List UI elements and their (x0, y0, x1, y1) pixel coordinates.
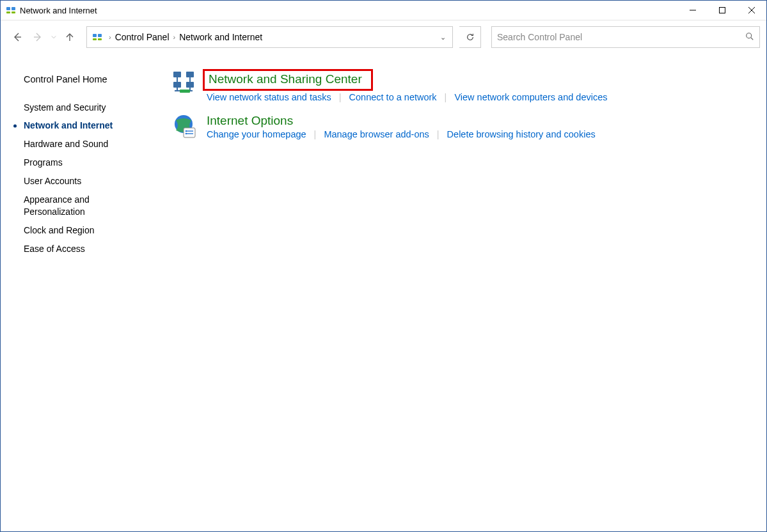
svg-rect-5 (720, 8, 725, 13)
category-internet-options: Internet Options Change your homepage | … (172, 114, 754, 139)
search-icon[interactable] (745, 32, 754, 43)
sidebar-item-system-security[interactable]: System and Security (1, 98, 159, 117)
nav-back-button[interactable] (8, 28, 26, 46)
category-body: Network and Sharing Center View network … (207, 69, 754, 102)
task-link[interactable]: Delete browsing history and cookies (447, 129, 596, 139)
svg-rect-11 (93, 34, 97, 37)
svg-point-15 (747, 33, 752, 38)
task-link[interactable]: Change your homepage (207, 129, 306, 139)
sidebar-item-programs[interactable]: Programs (1, 153, 159, 172)
sidebar-item-label: Network and Internet (24, 120, 113, 132)
category-tasks: View network status and tasks | Connect … (207, 92, 754, 102)
sidebar-item-network-internet[interactable]: Network and Internet (1, 116, 159, 135)
nav-forward-button[interactable] (29, 28, 47, 46)
sidebar-item-label: Appearance and Personalization (24, 194, 153, 218)
task-separator: | (314, 129, 317, 139)
network-sharing-icon (172, 69, 198, 95)
sidebar-item-ease-access[interactable]: Ease of Access (1, 240, 159, 258)
close-button[interactable] (737, 1, 766, 20)
task-separator: | (445, 92, 447, 102)
task-link[interactable]: Connect to a network (349, 92, 437, 102)
recent-locations-button[interactable] (49, 28, 58, 46)
svg-rect-26 (184, 128, 195, 137)
sidebar: Control Panel Home System and Security N… (1, 54, 159, 531)
window-title: Network and Internet (20, 6, 97, 15)
sidebar-item-label: User Accounts (24, 175, 81, 187)
refresh-button[interactable] (459, 26, 481, 48)
chevron-right-icon: › (109, 33, 111, 41)
search-input[interactable] (497, 32, 745, 42)
sidebar-item-clock-region[interactable]: Clock and Region (1, 221, 159, 240)
content-pane: Network and Sharing Center View network … (159, 54, 766, 531)
sidebar-item-label: Programs (24, 157, 63, 169)
task-link[interactable]: View network computers and devices (454, 92, 607, 102)
category-body: Internet Options Change your homepage | … (207, 114, 754, 139)
svg-rect-13 (93, 38, 97, 40)
category-title-internet-options[interactable]: Internet Options (207, 114, 293, 128)
svg-rect-2 (6, 12, 10, 13)
svg-rect-0 (6, 7, 10, 10)
svg-rect-17 (173, 72, 181, 77)
minimize-button[interactable] (678, 1, 708, 20)
breadcrumb-root[interactable]: Control Panel (115, 32, 170, 42)
sidebar-item-label: Clock and Region (24, 224, 95, 237)
sidebar-item-user-accounts[interactable]: User Accounts (1, 172, 159, 191)
task-separator: | (437, 129, 439, 139)
svg-line-16 (751, 37, 754, 40)
control-panel-icon (92, 32, 102, 42)
chevron-right-icon: › (173, 33, 176, 41)
svg-rect-12 (98, 34, 102, 37)
svg-point-30 (186, 133, 187, 135)
svg-rect-14 (98, 38, 102, 40)
control-panel-icon (6, 5, 16, 15)
task-separator: | (339, 92, 342, 102)
svg-rect-24 (180, 90, 190, 93)
breadcrumb-current[interactable]: Network and Internet (179, 32, 262, 42)
sidebar-item-label: System and Security (24, 102, 106, 114)
sidebar-home[interactable]: Control Panel Home (1, 70, 159, 90)
task-link[interactable]: Manage browser add-ons (324, 129, 429, 139)
sidebar-item-label: Hardware and Sound (24, 138, 108, 150)
toolbar: › Control Panel › Network and Internet ⌄ (1, 20, 766, 54)
sidebar-item-label: Ease of Access (24, 243, 85, 255)
svg-rect-3 (12, 12, 15, 13)
sidebar-item-appearance[interactable]: Appearance and Personalization (1, 191, 159, 221)
address-history-dropdown[interactable]: ⌄ (433, 33, 452, 42)
main-area: Control Panel Home System and Security N… (1, 54, 766, 531)
svg-rect-18 (186, 72, 194, 77)
internet-options-icon (172, 114, 198, 139)
window-controls (678, 1, 766, 20)
svg-point-29 (186, 130, 187, 132)
sidebar-item-hardware-sound[interactable]: Hardware and Sound (1, 135, 159, 153)
category-network-sharing: Network and Sharing Center View network … (172, 69, 754, 102)
search-box[interactable] (491, 26, 760, 48)
maximize-button[interactable] (708, 1, 737, 20)
task-link[interactable]: View network status and tasks (207, 92, 331, 102)
sidebar-home-label: Control Panel Home (24, 74, 107, 86)
svg-rect-1 (12, 7, 15, 10)
category-title-network-sharing[interactable]: Network and Sharing Center (203, 69, 373, 91)
category-tasks: Change your homepage | Manage browser ad… (207, 129, 754, 139)
address-bar[interactable]: › Control Panel › Network and Internet ⌄ (86, 26, 453, 48)
window-titlebar: Network and Internet (1, 1, 766, 20)
nav-up-button[interactable] (61, 28, 79, 46)
